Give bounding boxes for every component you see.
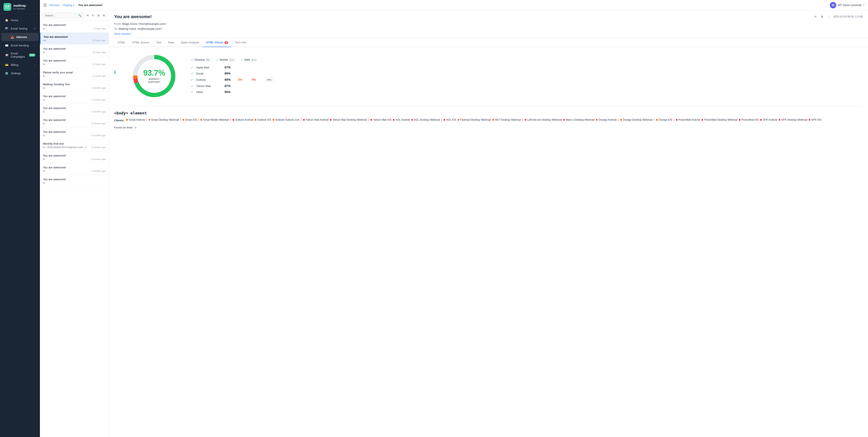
client-tag: HEY Desktop Webmail1	[492, 118, 523, 121]
client-row-other: ✓ Other 90%	[191, 90, 863, 94]
email-item-time: 20 days ago	[93, 39, 106, 42]
email-item-meta: to: 23 days ago	[43, 51, 106, 54]
email-list-item[interactable]: You are awesome! to: 2 months ago	[40, 92, 109, 104]
email-item-time: 3 months ago	[91, 158, 106, 161]
category-label: Desktop	[194, 58, 205, 61]
delete-button[interactable]: 🗑	[819, 14, 825, 19]
email-item-to: to:	[43, 87, 45, 89]
tag-dot-icon	[563, 119, 565, 121]
category-label: Mobile	[220, 58, 228, 61]
html-check-content: ℹ 93	[109, 47, 868, 437]
client-row-yahoo: ✓ Yahoo! Mail 87%	[191, 84, 863, 88]
tag-dot-icon	[760, 119, 762, 121]
client-tag-name: Gmail Mobile Webmail	[203, 118, 229, 121]
email-list-item[interactable]: You are awesome! to: 23 days ago	[40, 45, 109, 56]
email-list-item[interactable]: You are awesome! to: 3 months ago	[40, 151, 109, 163]
search-input[interactable]	[45, 14, 78, 17]
client-tag-count: 1	[300, 118, 302, 121]
client-tag-name: SFR iOS	[811, 118, 822, 121]
client-tag-name: Gmail Desktop Webmail	[151, 118, 179, 121]
show-headers-link[interactable]: Show Headers	[114, 32, 131, 35]
email-item-to: to:	[43, 63, 45, 65]
client-tag: ProtonMail iOS	[739, 118, 759, 121]
tag-dot-icon	[200, 119, 202, 121]
client-tag-count: 1	[653, 118, 655, 121]
clients-row: Clients: Gmail Android1Gmail Desktop Web…	[114, 118, 863, 124]
tab-html-source[interactable]: HTML Source	[129, 38, 153, 47]
client-tag-name: HEY Desktop Webmail	[495, 118, 521, 121]
breadcrumb-separator: ›	[61, 3, 61, 7]
outlook-only-button[interactable]: Only	[265, 78, 274, 82]
tag-dot-icon	[525, 119, 526, 121]
email-compose-button[interactable]: ✉	[86, 13, 90, 18]
check-icon: ✓	[191, 84, 193, 88]
email-list-item[interactable]: Monthly limit test to: <43922d5de9-95141…	[40, 140, 109, 151]
chevron-right-icon: ›	[34, 44, 35, 47]
sidebar-item-home[interactable]: 🏠 Home	[1, 16, 39, 24]
email-item-meta: to: 2 months ago	[43, 87, 106, 89]
sidebar-item-email-sending[interactable]: ✉️ Email Sending ›	[1, 41, 39, 50]
email-list-item[interactable]: You are awesome! to: 3 months ago	[40, 104, 109, 116]
email-list-item[interactable]: You are awesome! to: 20 days ago	[40, 33, 109, 45]
email-list-item[interactable]: You are awesome! to:	[40, 175, 109, 187]
email-list-item[interactable]: You are awesome! to: 23 days ago	[40, 56, 109, 68]
email-item-time: 3 months ago	[91, 146, 106, 149]
client-tag-name: Orange iOS	[658, 118, 672, 121]
user-name: MT Demo (shared)	[838, 3, 862, 7]
donut-center: 93.7% MARKET SUPPORT	[143, 68, 165, 84]
tag-dot-icon	[458, 119, 459, 121]
check-icon: ✓	[241, 58, 243, 61]
client-tag: Orange iOS1	[656, 118, 675, 121]
sidebar-item-email-testing[interactable]: ⚗️ Email Testing ▾	[1, 24, 39, 33]
client-tag-count: 1	[198, 118, 199, 121]
email-list-item[interactable]: You are awesome! to: 3 months ago	[40, 116, 109, 127]
client-name: Apple Mail	[196, 66, 222, 69]
email-item-time: 2 months ago	[91, 87, 106, 89]
refresh-button[interactable]: ↻	[91, 13, 95, 18]
tag-dot-icon	[779, 119, 780, 121]
tab-html[interactable]: HTML	[114, 38, 129, 47]
email-item-to: to:	[43, 27, 45, 30]
tag-dot-icon	[330, 119, 332, 121]
user-menu-chevron[interactable]: ▾	[863, 4, 865, 6]
client-tag-name: Orange Desktop Webmail	[623, 118, 652, 121]
tab-spam-analysis[interactable]: Spam Analysis	[177, 38, 203, 47]
search-box[interactable]: 🔍	[42, 12, 84, 18]
email-list-item[interactable]: You are awesome! to: 3 months ago	[40, 127, 109, 140]
forward-button[interactable]: ✉	[813, 14, 818, 19]
email-item-to: to:	[43, 110, 45, 113]
tag-dot-icon	[739, 119, 741, 121]
email-list: 🔍 ✉ ↻ ⊞ ⚙ You are awesome! to: 6 days ag…	[40, 10, 109, 437]
breadcrumb-inboxes[interactable]: Inboxes	[50, 3, 59, 7]
settings-list-button[interactable]: ⚙	[102, 13, 106, 18]
email-list-item[interactable]: Please verify your email to: a month ago	[40, 68, 109, 80]
client-tag-count: 1	[180, 118, 181, 121]
breadcrumb-staging1[interactable]: Staging 1	[63, 3, 74, 7]
tab-raw[interactable]: Raw	[165, 38, 177, 47]
email-list-item[interactable]: Mailtrap Sending Test to: 2 months ago	[40, 80, 109, 92]
group-button[interactable]: ⊞	[96, 13, 100, 18]
client-tag: SFR Android	[760, 118, 777, 121]
hamburger-menu-button[interactable]: ☰	[43, 3, 47, 7]
breadcrumb-separator: ›	[76, 3, 77, 7]
client-tag-name: AOL Android	[395, 118, 410, 121]
main-area: ☰ Inboxes › Staging 1 › You are awesome!…	[40, 0, 868, 437]
category-count: (11)	[251, 58, 256, 61]
found-on-lines-link[interactable]: 6	[135, 126, 136, 129]
client-tag: Yahoo! Mail Android	[303, 118, 329, 121]
sidebar-item-email-campaigns[interactable]: 📢 Email Campaigns new	[1, 50, 39, 60]
email-item-meta: to: 3 months ago	[43, 110, 106, 113]
email-item-title: You are awesome!	[43, 23, 106, 27]
tab-text[interactable]: Text	[153, 38, 165, 47]
sidebar-item-billing[interactable]: 💳 Billing ›	[1, 61, 39, 69]
tab-html-check[interactable]: HTML Check 8	[203, 38, 231, 47]
client-tag: Yahoo! Mail Desktop Webmail1	[330, 118, 369, 121]
more-options-button[interactable]: ⋮	[826, 14, 832, 19]
sidebar-item-inboxes[interactable]: 📥 Inboxes	[1, 33, 39, 41]
chevron-right-icon: ›	[34, 72, 35, 75]
email-item-title: Mailtrap Sending Test	[43, 83, 106, 86]
tab-tech-info[interactable]: Tech Info	[231, 38, 250, 47]
email-list-item[interactable]: You are awesome! to: 3 months ago	[40, 163, 109, 175]
email-list-item[interactable]: You are awesome! to: 6 days ago	[40, 21, 109, 33]
sidebar-item-settings[interactable]: ⚙️ Settings ›	[1, 69, 39, 77]
